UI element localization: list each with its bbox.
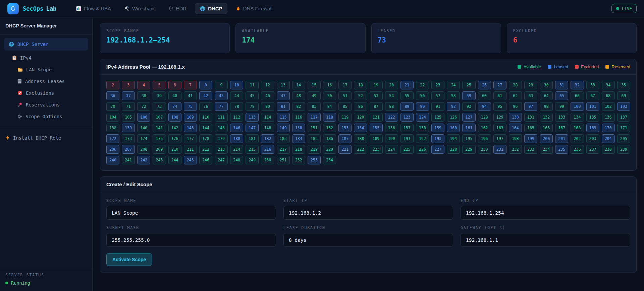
ip-cell-172[interactable]: 172 [106,134,119,143]
sidebar-item-ipv4[interactable]: IPv4 [0,52,92,64]
ip-cell-145[interactable]: 145 [215,124,228,132]
ip-cell-144[interactable]: 144 [199,124,212,132]
ip-cell-61[interactable]: 61 [493,91,506,100]
ip-cell-126[interactable]: 126 [447,113,460,122]
tab-flow-uba[interactable]: Flow & UBA [71,3,116,14]
ip-cell-107[interactable]: 107 [153,113,166,122]
ip-cell-249[interactable]: 249 [246,156,259,164]
ip-cell-84[interactable]: 84 [323,102,336,111]
ip-cell-120[interactable]: 120 [354,113,367,122]
ip-cell-209[interactable]: 209 [153,145,166,154]
ip-cell-93[interactable]: 93 [462,102,475,111]
ip-cell-10[interactable]: 10 [230,81,243,89]
ip-cell-19[interactable]: 19 [370,81,383,89]
ip-cell-89[interactable]: 89 [400,102,414,111]
ip-cell-33[interactable]: 33 [586,81,599,89]
ip-cell-73[interactable]: 73 [153,102,166,111]
ip-cell-97[interactable]: 97 [524,102,537,111]
ip-cell-180[interactable]: 180 [230,134,243,143]
ip-cell-167[interactable]: 167 [555,124,568,132]
ip-cell-69[interactable]: 69 [617,91,630,100]
subnet-mask-input[interactable] [106,233,276,247]
ip-cell-254[interactable]: 254 [323,156,336,164]
sidebar-item-exclusions[interactable]: Exclusions [0,87,92,99]
ip-cell-225[interactable]: 225 [400,145,414,154]
ip-cell-121[interactable]: 121 [370,113,383,122]
ip-cell-34[interactable]: 34 [602,81,615,89]
activate-scope-button[interactable]: Activate Scope [106,253,152,266]
sidebar-item-scope-options[interactable]: Scope Options [0,111,92,122]
ip-cell-202[interactable]: 202 [571,134,584,143]
ip-cell-155[interactable]: 155 [370,124,383,132]
ip-cell-8[interactable]: 8 [199,81,212,89]
ip-cell-231[interactable]: 231 [493,145,506,154]
ip-cell-171[interactable]: 171 [617,124,630,132]
ip-cell-148[interactable]: 148 [261,124,274,132]
ip-cell-248[interactable]: 248 [230,156,243,164]
ip-cell-241[interactable]: 241 [122,156,135,164]
ip-cell-211[interactable]: 211 [184,145,197,154]
ip-cell-75[interactable]: 75 [184,102,197,111]
ip-cell-154[interactable]: 154 [354,124,367,132]
ip-cell-30[interactable]: 30 [540,81,553,89]
ip-cell-169[interactable]: 169 [586,124,599,132]
ip-cell-55[interactable]: 55 [400,91,414,100]
ip-cell-92[interactable]: 92 [447,102,460,111]
ip-cell-63[interactable]: 63 [524,91,537,100]
tab-edr[interactable]: EDR [163,3,192,14]
ip-cell-70[interactable]: 70 [106,102,119,111]
ip-cell-158[interactable]: 158 [416,124,429,132]
ip-cell-98[interactable]: 98 [540,102,553,111]
ip-cell-246[interactable]: 246 [199,156,212,164]
ip-cell-110[interactable]: 110 [199,113,212,122]
ip-cell-65[interactable]: 65 [555,91,568,100]
ip-cell-109[interactable]: 109 [184,113,197,122]
ip-cell-59[interactable]: 59 [462,91,475,100]
ip-cell-159[interactable]: 159 [431,124,444,132]
ip-cell-230[interactable]: 230 [478,145,491,154]
ip-cell-68[interactable]: 68 [602,91,615,100]
ip-cell-163[interactable]: 163 [493,124,506,132]
ip-cell-9[interactable]: 9 [215,81,228,89]
ip-cell-81[interactable]: 81 [277,102,290,111]
ip-cell-164[interactable]: 164 [509,124,522,132]
ip-cell-48[interactable]: 48 [292,91,305,100]
ip-cell-147[interactable]: 147 [246,124,259,132]
ip-cell-112[interactable]: 112 [230,113,243,122]
ip-cell-82[interactable]: 82 [292,102,305,111]
ip-cell-233[interactable]: 233 [524,145,537,154]
ip-cell-196[interactable]: 196 [478,134,491,143]
ip-cell-250[interactable]: 250 [261,156,274,164]
ip-cell-16[interactable]: 16 [323,81,336,89]
ip-cell-143[interactable]: 143 [184,124,197,132]
ip-cell-62[interactable]: 62 [509,91,522,100]
ip-cell-219[interactable]: 219 [308,145,321,154]
ip-cell-168[interactable]: 168 [571,124,584,132]
ip-cell-152[interactable]: 152 [323,124,336,132]
ip-cell-72[interactable]: 72 [137,102,150,111]
ip-cell-217[interactable]: 217 [277,145,290,154]
ip-cell-64[interactable]: 64 [540,91,553,100]
ip-cell-26[interactable]: 26 [478,81,491,89]
ip-cell-142[interactable]: 142 [168,124,181,132]
ip-cell-108[interactable]: 108 [168,113,181,122]
ip-cell-41[interactable]: 41 [184,91,197,100]
ip-cell-101[interactable]: 101 [586,102,599,111]
ip-cell-46[interactable]: 46 [261,91,274,100]
ip-cell-45[interactable]: 45 [246,91,259,100]
ip-cell-247[interactable]: 247 [215,156,228,164]
ip-cell-53[interactable]: 53 [370,91,383,100]
ip-cell-242[interactable]: 242 [137,156,150,164]
ip-cell-237[interactable]: 237 [586,145,599,154]
ip-cell-132[interactable]: 132 [540,113,553,122]
ip-cell-224[interactable]: 224 [385,145,398,154]
ip-cell-235[interactable]: 235 [555,145,568,154]
sidebar-item-dhcp-server[interactable]: DHCP Server [4,38,88,51]
ip-cell-35[interactable]: 35 [617,81,630,89]
ip-cell-128[interactable]: 128 [478,113,491,122]
ip-cell-13[interactable]: 13 [277,81,290,89]
ip-cell-208[interactable]: 208 [137,145,150,154]
ip-cell-179[interactable]: 179 [215,134,228,143]
sidebar-item-install-dhcp-role[interactable]: Install DHCP Role [0,132,92,144]
ip-cell-240[interactable]: 240 [106,156,119,164]
